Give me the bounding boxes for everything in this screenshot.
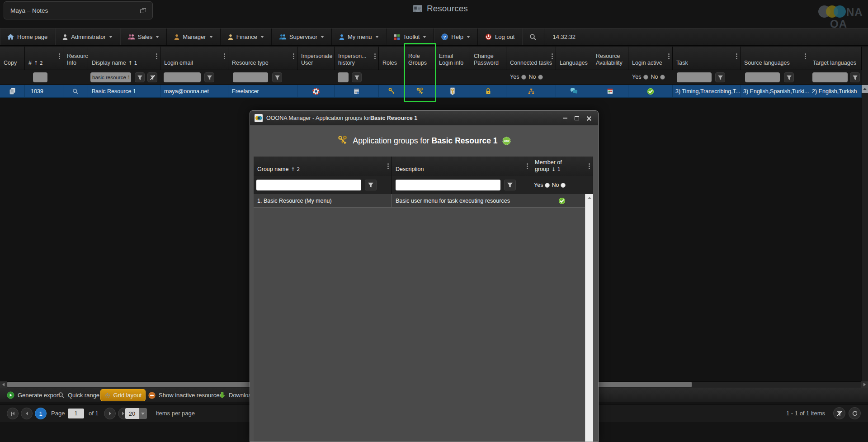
menu-item-manager[interactable]: Manager <box>167 29 220 45</box>
column-menu-icon[interactable] <box>386 162 390 171</box>
global-search-button[interactable] <box>522 29 544 45</box>
column-menu-icon[interactable] <box>550 52 554 61</box>
group-name-filter-button[interactable] <box>365 180 377 190</box>
scroll-up-button[interactable] <box>862 85 868 93</box>
column-menu-icon[interactable] <box>57 52 61 61</box>
items-per-page-select[interactable]: 20 <box>125 408 147 419</box>
no-radio[interactable] <box>538 75 543 80</box>
column-header-resource-type[interactable]: Resource type <box>228 47 297 70</box>
target-languages-filter-input[interactable] <box>812 72 848 82</box>
resource-type-filter-button[interactable] <box>272 72 282 82</box>
yes-radio[interactable] <box>643 75 648 80</box>
menu-item-supervisor[interactable]: Supervisor <box>272 29 332 45</box>
menu-item-my-menu[interactable]: My menu <box>332 29 386 45</box>
quick-range-button[interactable]: Quick range <box>58 388 99 402</box>
display-name-filter-input[interactable] <box>90 72 131 82</box>
email-login-info-cell[interactable] <box>435 85 470 97</box>
show-inactive-resources-toggle[interactable]: Show inactive resources <box>148 388 222 402</box>
impersonate-user-cell[interactable] <box>297 85 335 97</box>
login-email-filter-button[interactable] <box>204 72 214 82</box>
menu-item-home-page[interactable]: Home page <box>0 29 55 45</box>
impersonation-history-filter-input[interactable] <box>338 72 349 82</box>
number-filter-input[interactable] <box>33 72 47 82</box>
close-button[interactable] <box>584 114 594 122</box>
yes-radio[interactable] <box>545 183 550 188</box>
column-header-target-languages[interactable]: Target languages <box>809 47 862 70</box>
yes-radio[interactable] <box>521 75 526 80</box>
scroll-right-button[interactable] <box>861 381 868 388</box>
description-filter-input[interactable] <box>396 180 500 190</box>
column-header-number[interactable]: #↑ 2 <box>25 47 63 70</box>
first-page-button[interactable] <box>7 408 19 419</box>
change-password-cell[interactable] <box>470 85 506 97</box>
source-languages-filter-input[interactable] <box>745 72 780 82</box>
clear-filters-button[interactable] <box>833 407 845 419</box>
source-languages-filter-button[interactable] <box>784 72 794 82</box>
column-menu-icon[interactable] <box>291 52 296 61</box>
display-name-clear-filter-button[interactable] <box>147 72 157 82</box>
column-header-languages[interactable]: Languages <box>556 47 592 70</box>
column-menu-icon[interactable] <box>803 52 807 61</box>
minimize-button[interactable] <box>560 114 570 122</box>
menu-item-log-out[interactable]: Log out <box>478 29 522 45</box>
member-of-group-cell[interactable] <box>531 194 593 207</box>
target-languages-filter-button[interactable] <box>850 72 860 82</box>
scroll-up-button[interactable] <box>585 194 593 202</box>
scroll-left-button[interactable] <box>0 381 7 388</box>
copy-cell[interactable] <box>0 85 25 97</box>
no-radio[interactable] <box>660 75 665 80</box>
no-radio[interactable] <box>561 183 566 188</box>
task-filter-input[interactable] <box>677 72 712 82</box>
impersonation-history-filter-button[interactable] <box>352 72 362 82</box>
menu-item-toolkit[interactable]: Toolkit <box>387 29 434 45</box>
column-header-connected-tasks[interactable]: Connected tasks <box>506 47 556 70</box>
task-filter-button[interactable] <box>715 72 725 82</box>
menu-item-administrator[interactable]: Administrator <box>55 29 120 45</box>
column-header-group-name[interactable]: Group name↑ 2 <box>254 157 392 176</box>
column-menu-icon[interactable] <box>666 52 671 61</box>
roles-cell[interactable] <box>379 85 405 97</box>
column-menu-icon[interactable] <box>734 52 739 61</box>
resource-availability-cell[interactable] <box>592 85 628 97</box>
restore-icon[interactable] <box>140 8 146 13</box>
dialog-title-bar[interactable]: OOONA Manager - Application groups forBa… <box>250 111 598 125</box>
column-header-source-languages[interactable]: Source languages <box>741 47 809 70</box>
role-groups-cell[interactable] <box>405 85 435 97</box>
languages-cell[interactable] <box>556 85 592 97</box>
column-header-email-login-info[interactable]: Email Login info <box>435 47 470 70</box>
resource-info-cell[interactable] <box>63 85 88 97</box>
resource-type-filter-input[interactable] <box>233 72 268 82</box>
page-number-input[interactable] <box>68 409 84 418</box>
impersonation-history-cell[interactable] <box>335 85 379 97</box>
column-menu-icon[interactable] <box>222 52 226 61</box>
grid-vertical-scrollbar[interactable] <box>862 47 868 381</box>
column-header-login-email[interactable]: Login email <box>160 47 228 70</box>
application-group-row[interactable]: 1. Basic Resource (My menu) Basic user m… <box>254 194 593 208</box>
generate-export-button[interactable]: Generate export <box>7 388 60 402</box>
menu-item-finance[interactable]: Finance <box>221 29 272 45</box>
column-menu-icon[interactable] <box>525 162 529 171</box>
column-header-roles[interactable]: Roles <box>379 47 405 70</box>
column-header-role-groups[interactable]: Role Groups <box>405 47 435 70</box>
group-name-filter-input[interactable] <box>256 180 361 190</box>
column-header-display-name[interactable]: Display name↑ 1 <box>88 47 160 70</box>
column-header-impersonate-user[interactable]: Impersonate User <box>297 47 335 70</box>
column-header-impersonation-history[interactable]: Imperson... history <box>335 47 379 70</box>
column-header-copy[interactable]: Copy <box>0 47 25 70</box>
column-header-description[interactable]: Description <box>392 157 531 176</box>
refresh-button[interactable] <box>849 407 861 419</box>
resource-row-selected[interactable]: 1039 Basic Resource 1 maya@ooona.net Fre… <box>0 85 862 98</box>
login-email-filter-input[interactable] <box>164 72 201 82</box>
notes-window[interactable]: Maya – Notes <box>4 1 153 19</box>
description-filter-button[interactable] <box>504 180 516 190</box>
next-page-button[interactable] <box>104 408 116 419</box>
column-header-resource-info[interactable]: Resourc Info <box>63 47 88 70</box>
current-page-button[interactable]: 1 <box>35 408 47 419</box>
column-header-task[interactable]: Task <box>673 47 741 70</box>
column-menu-icon[interactable] <box>587 162 591 171</box>
menu-item-help[interactable]: Help <box>434 29 478 45</box>
column-header-change-password[interactable]: Change Password <box>470 47 506 70</box>
maximize-button[interactable] <box>572 114 582 122</box>
column-menu-icon[interactable] <box>154 52 159 61</box>
column-header-resource-availability[interactable]: Resource Availability <box>592 47 628 70</box>
